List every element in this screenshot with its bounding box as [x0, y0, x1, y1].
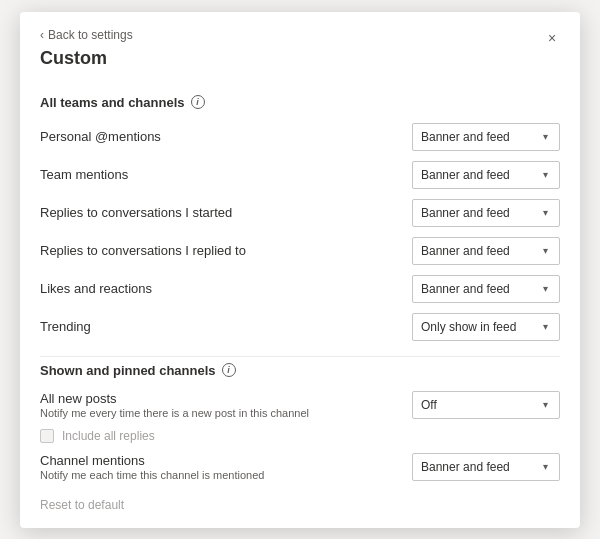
likes-reactions-select[interactable]: Banner and feed ▾ — [412, 275, 560, 303]
replies-replied-chevron: ▾ — [531, 237, 559, 265]
channel-mentions-value: Banner and feed — [413, 460, 531, 474]
all-new-posts-select[interactable]: Off ▾ — [412, 391, 560, 419]
all-new-posts-sublabel: Notify me every time there is a new post… — [40, 407, 412, 419]
team-mentions-label: Team mentions — [40, 167, 128, 182]
section2-info-icon[interactable]: i — [222, 363, 236, 377]
channel-mentions-row: Channel mentions Notify me each time thi… — [40, 448, 560, 486]
reset-to-default-button[interactable]: Reset to default — [40, 498, 124, 512]
personal-mentions-label: Personal @mentions — [40, 129, 161, 144]
all-new-posts-label: All new posts — [40, 391, 412, 406]
likes-reactions-chevron: ▾ — [531, 275, 559, 303]
replies-started-chevron: ▾ — [531, 199, 559, 227]
likes-reactions-value: Banner and feed — [413, 282, 531, 296]
trending-chevron: ▾ — [531, 313, 559, 341]
channel-mentions-label: Channel mentions — [40, 453, 412, 468]
section2-header: Shown and pinned channels i — [40, 363, 560, 378]
team-mentions-chevron: ▾ — [531, 161, 559, 189]
channel-mentions-sublabel: Notify me each time this channel is ment… — [40, 469, 412, 481]
all-new-posts-chevron: ▾ — [531, 391, 559, 419]
modal-header: ‹ Back to settings Custom × — [20, 12, 580, 73]
all-new-posts-row: All new posts Notify me every time there… — [40, 386, 560, 424]
section1-info-icon[interactable]: i — [191, 95, 205, 109]
section1-label: All teams and channels — [40, 95, 185, 110]
back-label: Back to settings — [48, 28, 133, 42]
trending-select[interactable]: Only show in feed ▾ — [412, 313, 560, 341]
likes-reactions-row: Likes and reactions Banner and feed ▾ — [40, 270, 560, 308]
replies-replied-row: Replies to conversations I replied to Ba… — [40, 232, 560, 270]
replies-replied-value: Banner and feed — [413, 244, 531, 258]
close-button[interactable]: × — [540, 26, 564, 50]
back-to-settings-link[interactable]: ‹ Back to settings — [40, 28, 560, 42]
replies-started-row: Replies to conversations I started Banne… — [40, 194, 560, 232]
replies-replied-label: Replies to conversations I replied to — [40, 243, 246, 258]
all-new-posts-value: Off — [413, 398, 531, 412]
include-all-replies-label: Include all replies — [62, 429, 155, 443]
back-arrow-icon: ‹ — [40, 28, 44, 42]
replies-started-value: Banner and feed — [413, 206, 531, 220]
replies-replied-select[interactable]: Banner and feed ▾ — [412, 237, 560, 265]
replies-started-label: Replies to conversations I started — [40, 205, 232, 220]
page-title: Custom — [40, 48, 560, 69]
modal-body: All teams and channels i Personal @menti… — [20, 73, 580, 528]
trending-row: Trending Only show in feed ▾ — [40, 308, 560, 346]
custom-notifications-modal: ‹ Back to settings Custom × All teams an… — [20, 12, 580, 528]
trending-label: Trending — [40, 319, 91, 334]
section-divider — [40, 356, 560, 357]
section2-label: Shown and pinned channels — [40, 363, 216, 378]
include-all-replies-checkbox[interactable] — [40, 429, 54, 443]
trending-value: Only show in feed — [413, 320, 531, 334]
channel-mentions-select[interactable]: Banner and feed ▾ — [412, 453, 560, 481]
personal-mentions-chevron: ▾ — [531, 123, 559, 151]
likes-reactions-label: Likes and reactions — [40, 281, 152, 296]
team-mentions-row: Team mentions Banner and feed ▾ — [40, 156, 560, 194]
replies-started-select[interactable]: Banner and feed ▾ — [412, 199, 560, 227]
include-all-replies-row: Include all replies — [40, 424, 560, 448]
personal-mentions-select[interactable]: Banner and feed ▾ — [412, 123, 560, 151]
team-mentions-value: Banner and feed — [413, 168, 531, 182]
personal-mentions-row: Personal @mentions Banner and feed ▾ — [40, 118, 560, 156]
section1-header: All teams and channels i — [40, 95, 560, 110]
personal-mentions-value: Banner and feed — [413, 130, 531, 144]
channel-mentions-chevron: ▾ — [531, 453, 559, 481]
team-mentions-select[interactable]: Banner and feed ▾ — [412, 161, 560, 189]
